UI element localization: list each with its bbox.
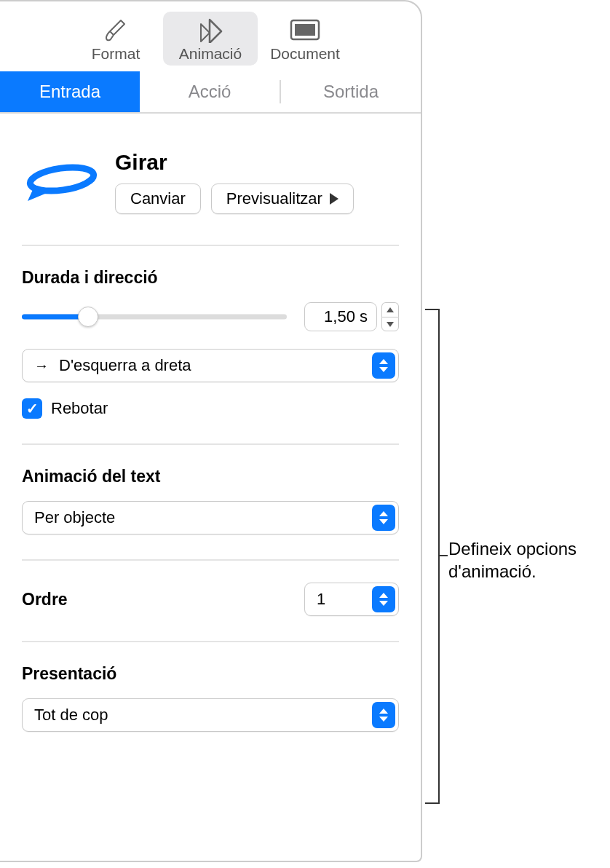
bounce-checkbox[interactable]: ✓ [22,398,42,419]
callout-connector [439,555,448,556]
delivery-section: Presentació Tot de cop [22,642,399,757]
duration-step-up[interactable] [381,302,399,317]
animate-icon [192,16,229,44]
delivery-title: Presentació [22,664,399,684]
animate-tab[interactable]: Animació [163,12,258,66]
tab-build-out[interactable]: Sortida [281,71,421,112]
callout-text: Defineix opcions d'animació. [448,537,577,583]
popup-arrows-icon [372,702,395,728]
document-label: Document [270,45,340,63]
slider-thumb[interactable] [78,307,98,327]
effect-header: Girar Canviar Previsualitzar [22,114,399,246]
order-popup[interactable]: 1 [304,583,399,616]
callout-bracket [425,309,440,804]
duration-title: Durada i direcció [22,268,399,288]
order-section: Ordre 1 [22,561,399,642]
duration-slider[interactable] [22,308,287,326]
direction-popup[interactable]: →D'esquerra a dreta [22,349,399,382]
preview-button[interactable]: Previsualitzar [211,184,354,214]
text-animation-section: Animació del text Per objecte [22,445,399,561]
document-icon [290,16,320,44]
effect-name: Girar [115,150,399,175]
inspector-content: Girar Canviar Previsualitzar Durada i di… [0,114,421,757]
delivery-popup[interactable]: Tot de cop [22,698,399,732]
effect-info: Girar Canviar Previsualitzar [115,150,399,214]
play-icon [330,193,338,205]
format-label: Format [92,45,140,63]
build-tabs: Entrada Acció Sortida [0,71,421,114]
svg-rect-1 [295,24,315,36]
format-tab[interactable]: Format [68,12,163,66]
arrow-right-icon: → [34,358,49,374]
duration-input[interactable] [304,302,377,331]
popup-arrows-icon [372,352,395,379]
duration-stepper [304,302,399,331]
inspector-toolbar: Format Animació Document [0,1,421,71]
animate-label: Animació [179,45,242,63]
duration-section: Durada i direcció →D'esquerra a dreta [22,246,399,445]
popup-arrows-icon [372,505,395,531]
inspector-panel: Format Animació Document Entrada Acció S… [0,0,422,862]
checkmark-icon: ✓ [26,400,39,417]
text-anim-title: Animació del text [22,467,399,486]
tab-build-in[interactable]: Entrada [0,71,140,112]
duration-step-down[interactable] [381,317,399,331]
popup-arrows-icon [372,586,395,612]
change-button[interactable]: Canviar [115,184,201,214]
text-anim-popup[interactable]: Per objecte [22,501,399,534]
order-title: Ordre [22,590,68,609]
paintbrush-icon [103,16,129,44]
tab-action[interactable]: Acció [140,71,280,112]
bounce-label: Rebotar [51,399,108,418]
spin-icon [22,150,102,216]
document-tab[interactable]: Document [258,12,352,66]
